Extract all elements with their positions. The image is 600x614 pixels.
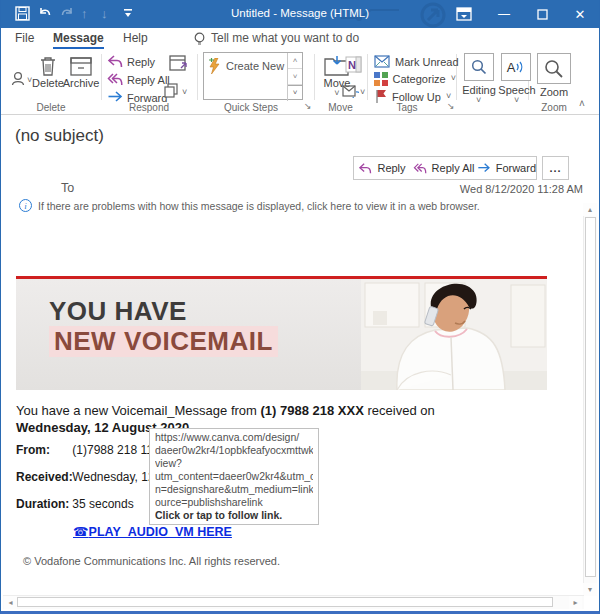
ribbon: ˅ Delete Archive Delete Reply Reply All … <box>1 50 599 115</box>
play-audio-label: PLAY_AUDIO_VM HERE <box>89 525 232 539</box>
reply-all-header-button[interactable]: Reply All <box>410 156 478 180</box>
delete-button[interactable]: Delete <box>31 56 65 89</box>
zoom-group-label: Zoom <box>528 102 580 113</box>
tooltip-url-line: n=designshare&utm_medium=link&utm_s <box>155 483 313 496</box>
tooltip-url-line: view? <box>155 457 313 470</box>
archive-label: Archive <box>63 77 100 89</box>
field-from-label: From: <box>16 443 69 457</box>
voicemail-banner: YOU HAVE NEW VOICEMAIL <box>16 279 547 390</box>
horizontal-scroll-thumb[interactable] <box>17 597 553 607</box>
tab-help[interactable]: Help <box>123 31 148 45</box>
chevron-down-icon: ˅ <box>514 96 519 105</box>
scroll-left-icon[interactable]: ◂ <box>4 596 17 609</box>
tooltip-url-line: https://www.canva.com/design/ <box>155 431 313 444</box>
group-separator <box>101 54 102 100</box>
play-audio-link[interactable]: ☎PLAY_AUDIO_VM HERE <box>73 524 232 539</box>
scroll-right-icon[interactable]: ▸ <box>569 596 582 609</box>
field-duration-value: 35 seconds <box>72 497 133 511</box>
copyright-footer: © Vodafone Communications Inc. All right… <box>23 555 280 567</box>
mark-unread-button[interactable]: Mark Unread <box>374 55 459 68</box>
minimize-button[interactable]: — <box>487 0 521 28</box>
ribbon-display-options-icon[interactable] <box>447 0 481 28</box>
quick-steps-gallery: Create New ˄ ˅ ˅ <box>203 52 303 100</box>
chevron-down-icon[interactable]: ˅ <box>182 88 187 97</box>
speech-a-glyph: A <box>507 60 516 75</box>
forward-header-button[interactable]: Forward <box>477 156 537 180</box>
quick-steps-group-label: Quick Steps <box>201 102 301 113</box>
meeting-icon[interactable] <box>169 54 188 72</box>
gallery-more-icon[interactable]: ˅ <box>288 85 302 100</box>
move-group-label: Move <box>314 102 367 113</box>
gallery-up-icon[interactable]: ˄ <box>288 53 302 69</box>
chevron-down-icon: ˅ <box>446 92 451 101</box>
sound-waves-icon <box>516 60 525 74</box>
close-button[interactable]: ✕ <box>563 0 597 28</box>
more-respond-actions-icon[interactable] <box>164 83 179 98</box>
reply-header-button[interactable]: Reply <box>353 156 411 180</box>
rules-icon[interactable] <box>342 84 359 98</box>
tooltip-url-line: daeer0w2kr4/1opbkfeafyocxmttwkvznw/ <box>155 444 313 457</box>
ignore-icon[interactable] <box>10 70 28 88</box>
reply-arrow-icon <box>358 163 372 174</box>
field-from: From: (1)7988 218 117 <box>16 443 160 457</box>
lightning-icon <box>208 58 221 74</box>
archive-button[interactable]: Archive <box>61 56 101 89</box>
scroll-up-icon[interactable]: ▴ <box>583 203 597 216</box>
magnifier-icon <box>471 59 487 75</box>
reply-all-button[interactable]: Reply All <box>107 73 170 86</box>
quick-steps-dialog-launcher-icon[interactable]: ↘ <box>304 101 312 111</box>
reply-header-label: Reply <box>377 162 405 174</box>
tab-message[interactable]: Message <box>53 31 104 49</box>
group-separator <box>367 54 368 100</box>
categorize-icon <box>374 72 388 86</box>
chevron-down-icon[interactable]: ˅ <box>360 88 365 97</box>
info-bar[interactable]: i If there are problems with how this me… <box>19 199 480 212</box>
editing-button[interactable] <box>464 53 494 81</box>
follow-up-label: Follow Up <box>392 91 441 103</box>
speech-button[interactable]: A <box>501 53 531 81</box>
group-separator <box>314 54 315 100</box>
zoom-button[interactable] <box>537 53 571 84</box>
forward-header-label: Forward <box>496 162 536 174</box>
magnifier-icon <box>544 59 564 79</box>
message-subject: (no subject) <box>15 126 104 146</box>
field-received-label: Received: <box>16 470 69 484</box>
delete-label: Delete <box>32 77 64 89</box>
create-new-label: Create New <box>226 60 284 72</box>
tell-me-box[interactable]: Tell me what you want to do <box>211 31 359 45</box>
link-url-tooltip: https://www.canva.com/design/ daeer0w2kr… <box>149 428 319 525</box>
to-label: To <box>61 181 74 195</box>
forward-arrow-icon <box>477 163 491 174</box>
outlook-message-window: ↑ ↓ Untitled - Message (HTML) — ✕ File M… <box>0 0 600 614</box>
delete-group-label: Delete <box>1 102 101 113</box>
tags-group-label: Tags <box>367 102 447 113</box>
field-duration: Duration: 35 seconds <box>16 497 134 511</box>
field-duration-label: Duration: <box>16 497 69 511</box>
field-from-value: (1)7988 218 117 <box>72 443 159 457</box>
tooltip-url-line: ource=publishsharelink <box>155 496 313 509</box>
reply-all-header-label: Reply All <box>432 162 475 174</box>
banner-line-2: NEW VOICEMAIL <box>49 326 278 357</box>
gallery-down-icon[interactable]: ˅ <box>288 69 302 85</box>
tags-dialog-launcher-icon[interactable]: ↘ <box>447 101 455 111</box>
categorize-button[interactable]: Categorize ˅ <box>374 72 456 86</box>
maximize-button[interactable] <box>525 0 559 28</box>
phone-icon: ☎ <box>73 525 89 539</box>
collapse-ribbon-icon[interactable]: ˄ <box>579 98 585 109</box>
intro-pre: You have a new Voicemail_Message from <box>16 403 261 418</box>
create-new-button[interactable]: Create New <box>208 58 284 74</box>
tab-file[interactable]: File <box>15 31 34 45</box>
scroll-down-icon[interactable]: ▾ <box>583 583 597 596</box>
onenote-icon[interactable]: N <box>345 56 362 73</box>
gallery-scroll: ˄ ˅ ˅ <box>287 53 302 101</box>
vertical-scroll-thumb[interactable] <box>585 217 596 577</box>
zoom-label: Zoom <box>537 86 571 98</box>
more-actions-button[interactable]: ... <box>542 156 569 180</box>
lightbulb-icon <box>193 32 206 47</box>
intro-mid: received on <box>364 403 435 418</box>
chevron-down-icon: ˅ <box>476 96 481 105</box>
reply-button[interactable]: Reply <box>107 55 155 68</box>
banner-line-1: YOU HAVE <box>49 296 187 327</box>
intro-phone-number: (1) 7988 218 XXX <box>261 403 364 418</box>
group-separator <box>197 54 198 100</box>
